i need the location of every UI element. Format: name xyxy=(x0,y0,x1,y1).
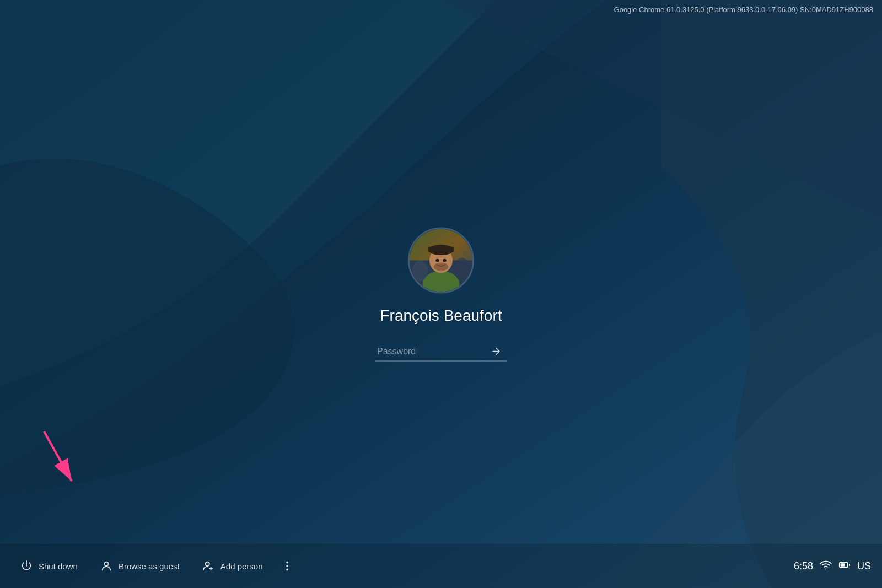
locale-label: US xyxy=(857,560,871,572)
svg-point-20 xyxy=(286,569,288,571)
browse-guest-label: Browse as guest xyxy=(119,562,180,571)
system-tray: 6:58 US xyxy=(794,559,871,574)
version-info: Google Chrome 61.0.3125.0 (Platform 9633… xyxy=(614,6,873,14)
svg-point-21 xyxy=(825,568,826,569)
svg-point-11 xyxy=(443,258,447,262)
top-bar: Google Chrome 61.0.3125.0 (Platform 9633… xyxy=(605,0,882,19)
battery-icon xyxy=(838,559,851,574)
wifi-icon xyxy=(820,559,832,574)
svg-point-19 xyxy=(286,565,288,567)
svg-point-18 xyxy=(286,562,288,564)
submit-button[interactable] xyxy=(487,343,505,360)
svg-point-17 xyxy=(205,562,209,566)
svg-point-10 xyxy=(436,258,439,262)
svg-point-13 xyxy=(454,257,470,278)
bottom-bar: Shut down Browse as guest Add person xyxy=(0,544,882,588)
bottom-left-actions: Shut down Browse as guest Add person xyxy=(11,554,298,578)
add-person-label: Add person xyxy=(220,562,263,571)
svg-point-12 xyxy=(412,260,428,281)
svg-rect-23 xyxy=(841,563,845,567)
power-icon xyxy=(20,559,33,573)
password-field-container xyxy=(375,342,507,361)
add-person-icon xyxy=(202,559,215,573)
guest-icon xyxy=(100,559,113,573)
add-person-button[interactable]: Add person xyxy=(193,554,272,578)
svg-point-16 xyxy=(104,562,108,566)
username-label: François Beaufort xyxy=(380,306,502,324)
svg-point-9 xyxy=(434,262,449,271)
more-options-button[interactable] xyxy=(276,555,298,577)
shutdown-button[interactable]: Shut down xyxy=(11,554,87,578)
login-area: François Beaufort xyxy=(375,227,507,361)
avatar xyxy=(408,227,474,293)
shutdown-label: Shut down xyxy=(39,562,78,571)
browse-as-guest-button[interactable]: Browse as guest xyxy=(91,554,189,578)
clock: 6:58 xyxy=(794,560,813,572)
svg-rect-8 xyxy=(428,246,454,252)
